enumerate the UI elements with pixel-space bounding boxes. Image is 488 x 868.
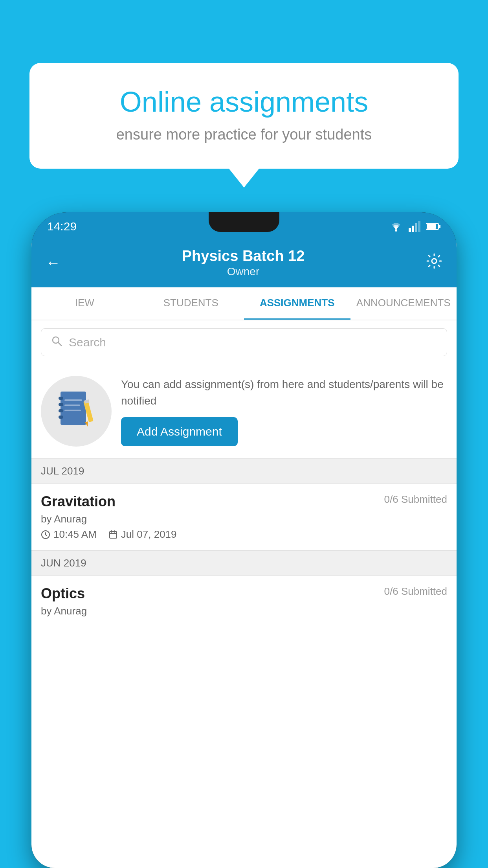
promo-right: You can add assignment(s) from here and … bbox=[121, 376, 447, 446]
svg-rect-13 bbox=[59, 403, 63, 406]
assignment-submitted-gravitation: 0/6 Submitted bbox=[384, 493, 447, 506]
svg-rect-12 bbox=[59, 397, 63, 400]
assignment-item-gravitation[interactable]: Gravitation 0/6 Submitted by Anurag 10:4… bbox=[31, 484, 457, 550]
tab-announcements[interactable]: ANNOUNCEMENTS bbox=[350, 287, 457, 320]
header-center: Physics Batch 12 Owner bbox=[61, 248, 426, 278]
promo-section: You can add assignment(s) from here and … bbox=[31, 364, 457, 458]
svg-rect-4 bbox=[418, 221, 420, 232]
promo-description: You can add assignment(s) from here and … bbox=[121, 376, 447, 409]
header-title: Physics Batch 12 bbox=[61, 248, 426, 265]
promo-card: Online assignments ensure more practice … bbox=[29, 63, 459, 169]
assignment-by-optics: by Anurag bbox=[41, 605, 447, 617]
header-subtitle: Owner bbox=[61, 265, 426, 278]
assignment-date-gravitation: Jul 07, 2019 bbox=[108, 528, 177, 541]
assignment-name-optics: Optics bbox=[41, 585, 85, 602]
phone-frame: 14:29 bbox=[31, 212, 457, 868]
assignment-top-optics: Optics 0/6 Submitted bbox=[41, 585, 447, 602]
svg-line-10 bbox=[58, 342, 61, 346]
assignment-top: Gravitation 0/6 Submitted bbox=[41, 493, 447, 510]
section-header-jul: JUL 2019 bbox=[31, 458, 457, 484]
svg-rect-16 bbox=[64, 399, 82, 401]
promo-icon-circle bbox=[41, 376, 112, 447]
clock-icon bbox=[41, 530, 50, 539]
app-header: ← Physics Batch 12 Owner bbox=[31, 241, 457, 287]
phone-notch bbox=[209, 212, 279, 232]
svg-rect-15 bbox=[59, 416, 63, 419]
svg-rect-7 bbox=[427, 224, 436, 229]
calendar-icon bbox=[108, 530, 118, 539]
svg-rect-23 bbox=[110, 531, 117, 538]
assignment-time-gravitation: 10:45 AM bbox=[41, 528, 97, 541]
assignment-name-gravitation: Gravitation bbox=[41, 493, 116, 510]
svg-rect-1 bbox=[409, 228, 411, 232]
tab-iew[interactable]: IEW bbox=[31, 287, 138, 320]
search-placeholder: Search bbox=[69, 336, 106, 349]
search-bar[interactable]: Search bbox=[41, 328, 447, 356]
svg-rect-11 bbox=[61, 392, 86, 425]
tabs-container: IEW STUDENTS ASSIGNMENTS ANNOUNCEMENTS bbox=[31, 287, 457, 320]
wifi-icon bbox=[389, 221, 403, 232]
svg-rect-6 bbox=[439, 225, 440, 228]
add-assignment-button[interactable]: Add Assignment bbox=[121, 417, 238, 446]
svg-rect-3 bbox=[415, 223, 417, 232]
svg-point-8 bbox=[432, 259, 437, 263]
signal-icon bbox=[409, 221, 420, 232]
search-icon bbox=[51, 335, 62, 349]
assignment-meta-gravitation: 10:45 AM Jul 07, 2019 bbox=[41, 528, 447, 541]
date-value-gravitation: Jul 07, 2019 bbox=[121, 528, 177, 541]
tab-assignments[interactable]: ASSIGNMENTS bbox=[244, 287, 350, 320]
phone-screen: ← Physics Batch 12 Owner IEW STUDENTS AS… bbox=[31, 241, 457, 868]
status-time: 14:29 bbox=[47, 220, 77, 233]
bubble-title: Online assignments bbox=[57, 86, 431, 118]
svg-rect-17 bbox=[64, 405, 80, 406]
svg-point-0 bbox=[395, 229, 397, 232]
back-button[interactable]: ← bbox=[46, 254, 61, 271]
settings-icon[interactable] bbox=[426, 253, 442, 273]
search-container: Search bbox=[31, 320, 457, 364]
svg-rect-2 bbox=[412, 226, 414, 232]
section-header-jun: JUN 2019 bbox=[31, 550, 457, 576]
battery-icon bbox=[426, 222, 441, 231]
svg-rect-18 bbox=[64, 410, 81, 411]
notebook-icon bbox=[57, 390, 96, 433]
bubble-subtitle: ensure more practice for your students bbox=[57, 126, 431, 143]
time-value-gravitation: 10:45 AM bbox=[53, 528, 97, 541]
svg-rect-14 bbox=[59, 409, 63, 412]
assignment-item-optics[interactable]: Optics 0/6 Submitted by Anurag bbox=[31, 576, 457, 630]
assignment-submitted-optics: 0/6 Submitted bbox=[384, 585, 447, 598]
assignment-by-gravitation: by Anurag bbox=[41, 513, 447, 525]
speech-bubble: Online assignments ensure more practice … bbox=[29, 63, 459, 169]
tab-students[interactable]: STUDENTS bbox=[138, 287, 244, 320]
status-icons bbox=[389, 221, 441, 232]
